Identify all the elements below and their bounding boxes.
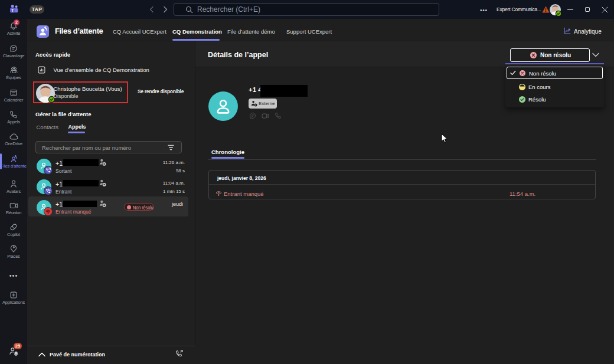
svg-text:T: T bbox=[11, 8, 14, 12]
